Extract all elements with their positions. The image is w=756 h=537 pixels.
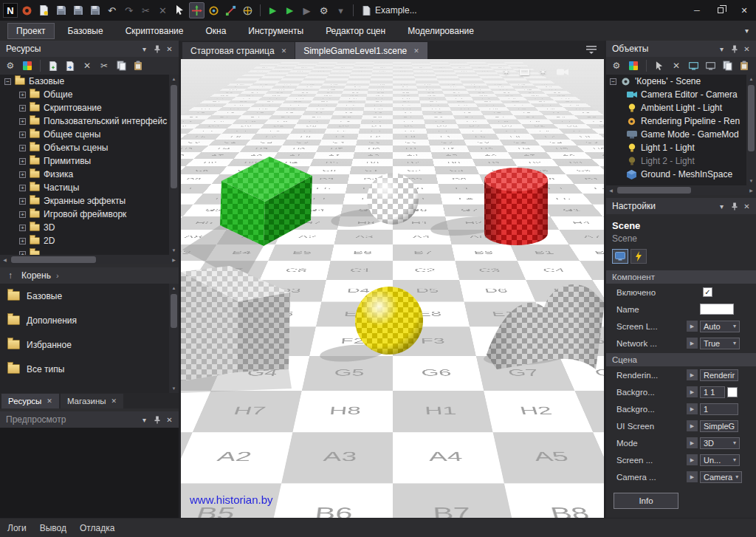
undo-icon[interactable]: ↶ (104, 2, 120, 18)
app-logo-icon[interactable]: N (3, 3, 18, 18)
menu-tab-windows[interactable]: Окна (196, 23, 235, 39)
expand-icon[interactable]: ▶ (687, 369, 698, 380)
camera-icon[interactable] (557, 68, 568, 76)
events-view-icon[interactable] (630, 249, 647, 264)
settings-icon[interactable]: ⚙ (609, 58, 624, 73)
screen-dropdown[interactable]: Auto▾ (700, 321, 740, 332)
group-item[interactable]: Все типы (0, 357, 179, 381)
object-item[interactable]: Light 1 - Light (606, 141, 746, 154)
expand-icon[interactable]: + (19, 105, 26, 112)
pin-icon[interactable] (151, 43, 163, 55)
scrollbar-thumb[interactable] (748, 85, 755, 151)
display-options-icon[interactable] (20, 58, 35, 73)
tree-item[interactable]: +2D (0, 234, 169, 247)
scrollbar-thumb[interactable] (171, 294, 177, 328)
minimize-button[interactable]: ─ (685, 0, 709, 21)
collapse-icon[interactable]: − (610, 78, 616, 85)
status-item-logs[interactable]: Логи (7, 523, 27, 533)
panel-menu-icon[interactable]: ▾ (138, 43, 151, 55)
restore-button[interactable] (709, 0, 732, 21)
menu-tab-basic[interactable]: Базовые (59, 23, 112, 39)
expand-icon[interactable]: ▶ (687, 420, 698, 431)
tree-item[interactable]: +Пользовательский интерфейс (0, 114, 169, 128)
step-icon[interactable]: ▶ (299, 2, 315, 18)
scroll-left-icon[interactable]: ◀ (0, 255, 10, 264)
tree-item[interactable]: +Общие (0, 88, 169, 101)
scrollbar-thumb[interactable] (617, 187, 691, 194)
object-item[interactable]: Rendering Pipeline - Ren (606, 114, 746, 128)
horizontal-scrollbar[interactable]: ◀ ▶ (0, 255, 179, 264)
tab-stores[interactable]: Магазины✕ (61, 394, 123, 408)
expand-icon[interactable]: + (19, 211, 26, 218)
new-file-icon[interactable] (36, 2, 52, 18)
scroll-right-icon[interactable]: ▶ (746, 185, 756, 195)
menu-tab-tools[interactable]: Инструменты (239, 23, 312, 39)
rendering-field[interactable]: Renderir (700, 369, 738, 381)
scroll-right-icon[interactable]: ▶ (169, 255, 179, 264)
status-item-debug[interactable]: Отладка (80, 523, 114, 533)
close-icon[interactable]: ✕ (163, 43, 176, 55)
expand-icon[interactable]: + (19, 198, 26, 205)
panel-menu-icon[interactable]: ▾ (715, 43, 728, 55)
save-as-icon[interactable] (70, 2, 86, 18)
project-icon[interactable] (19, 2, 35, 18)
display-options-icon[interactable] (626, 58, 641, 73)
status-item-output[interactable]: Вывод (40, 523, 66, 533)
close-icon[interactable]: ✕ (281, 47, 287, 55)
scroll-left-icon[interactable]: ◀ (606, 185, 616, 195)
navigate-up-icon[interactable]: ↑ (4, 270, 16, 281)
scrollbar-thumb[interactable] (171, 85, 177, 188)
object-item[interactable]: Camera Editor - Camera (606, 88, 746, 101)
move-tool-icon[interactable] (189, 2, 205, 18)
collapse-icon[interactable]: − (4, 78, 11, 85)
expand-icon[interactable]: ▶ (687, 454, 698, 465)
object-item[interactable]: Ground - MeshInSpace (606, 168, 746, 181)
expand-icon[interactable]: ▶ (687, 471, 698, 482)
expand-icon[interactable]: + (19, 158, 26, 165)
close-icon[interactable]: ✕ (740, 43, 753, 55)
network-dropdown[interactable]: True▾ (700, 338, 740, 349)
screen2-dropdown[interactable]: Un...▾ (700, 454, 740, 466)
object-item-root[interactable]: −'Корень' - Scene (606, 75, 746, 88)
save-all-icon[interactable] (87, 2, 103, 18)
expand-icon[interactable]: + (19, 225, 26, 231)
cut-icon[interactable]: ✂ (138, 2, 154, 18)
editor-window-icon[interactable] (686, 58, 701, 73)
scroll-up-icon[interactable]: ▲ (169, 284, 179, 293)
tree-item[interactable]: +3D (0, 221, 169, 234)
group-item[interactable]: Избранное (0, 332, 179, 357)
save-icon[interactable] (53, 2, 69, 18)
scrollbar-thumb[interactable] (11, 256, 96, 263)
properties-view-icon[interactable] (612, 249, 628, 264)
scale-tool-icon[interactable] (223, 2, 238, 18)
tree-item[interactable]: +Скриптование (0, 101, 169, 114)
group-item[interactable]: Базовые (0, 284, 179, 308)
tab-start-page[interactable]: Стартовая страница✕ (182, 42, 295, 59)
info-button[interactable]: Info (614, 493, 678, 509)
pin-icon[interactable] (151, 414, 163, 425)
expand-icon[interactable]: + (19, 185, 26, 191)
tree-item[interactable]: +Игровой фреймворк (0, 208, 169, 221)
tree-item[interactable]: +Экранные эффекты (0, 194, 169, 208)
lighting-icon[interactable]: ✶ (502, 66, 510, 78)
delete-icon[interactable]: ✕ (669, 58, 684, 73)
expand-icon[interactable]: ▶ (687, 403, 698, 414)
group-item[interactable]: Дополнения (0, 308, 179, 332)
tree-item[interactable]: +Объекты сцены (0, 141, 169, 154)
scroll-down-icon[interactable]: ▼ (746, 177, 756, 185)
close-icon[interactable]: ✕ (47, 397, 52, 405)
pin-icon[interactable] (728, 43, 740, 55)
object-item-disabled[interactable]: Light 2 - Light (606, 154, 746, 168)
close-icon[interactable]: ✕ (111, 397, 117, 405)
object-item[interactable]: Ambient Light - Light (606, 101, 746, 114)
tree-item-partial[interactable]: + (0, 247, 169, 255)
delete-icon[interactable]: ✕ (80, 58, 94, 73)
menu-tab-scripting[interactable]: Скриптование (117, 23, 193, 39)
scroll-up-icon[interactable]: ▲ (169, 75, 179, 83)
menu-tab-modeling[interactable]: Моделирование (399, 23, 483, 39)
select-icon[interactable] (652, 58, 667, 73)
menu-overflow-icon[interactable]: ▾ (745, 27, 749, 35)
display-mode-icon[interactable] (520, 69, 529, 75)
new-resource-icon[interactable] (46, 58, 61, 73)
menu-tab-scene-editor[interactable]: Редактор сцен (317, 23, 394, 39)
